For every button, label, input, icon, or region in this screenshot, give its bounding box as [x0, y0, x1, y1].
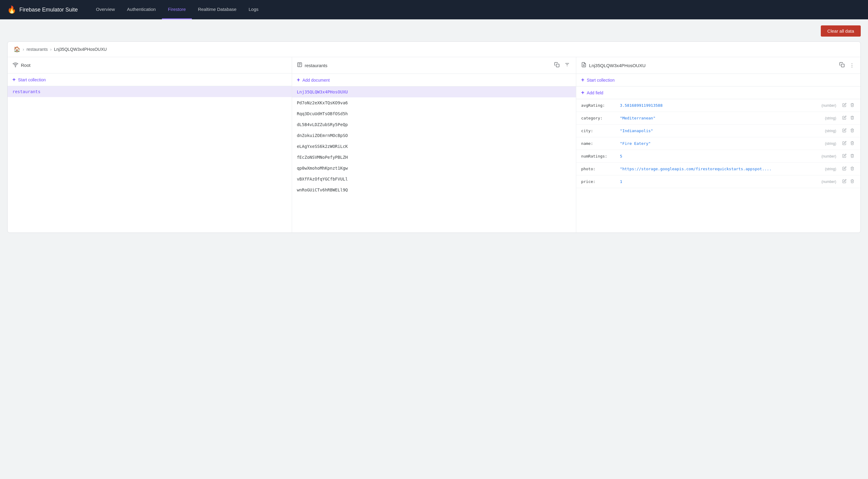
edit-field-button[interactable] — [841, 140, 848, 147]
field-value: "Mediterranean" — [620, 116, 822, 121]
field-type: (number) — [822, 180, 839, 184]
delete-field-button[interactable] — [849, 102, 856, 109]
breadcrumb: 🏠 › restaurants › Lnj35QLQW3x4PHosOUXU — [7, 42, 861, 57]
document-item-qp0wXmohoMhKpnzt1Kgw[interactable]: qp0wXmohoMhKpnzt1Kgw — [292, 163, 576, 174]
edit-field-button[interactable] — [841, 178, 848, 185]
nav-tab-overview[interactable]: Overview — [90, 0, 121, 19]
header: 🔥 Firebase Emulator Suite Overview Authe… — [0, 0, 868, 19]
field-type: (string) — [825, 116, 839, 121]
collection-item-restaurants[interactable]: restaurants — [7, 86, 292, 97]
field-type: (string) — [825, 141, 839, 146]
plus-icon-doc-collection: + — [581, 77, 584, 83]
clear-all-data-button[interactable]: Clear all data — [821, 25, 861, 37]
field-actions — [841, 115, 856, 121]
start-collection-root-label: Start collection — [18, 77, 46, 82]
main-nav: Overview Authentication Firestore Realti… — [90, 0, 265, 19]
fire-icon: 🔥 — [7, 5, 17, 14]
root-column-title: Root — [21, 63, 287, 68]
edit-field-button[interactable] — [841, 102, 848, 109]
edit-field-button[interactable] — [841, 115, 848, 121]
add-field-label: Add field — [587, 91, 603, 95]
nav-tab-realtime-database[interactable]: Realtime Database — [192, 0, 243, 19]
add-field-row[interactable]: + Add field — [576, 87, 861, 99]
field-type: (string) — [825, 129, 839, 133]
root-wifi-icon — [12, 62, 19, 69]
document-item-wnRoGUiCTv6hRBWELl9Q[interactable]: wnRoGUiCTv6hRBWELl9Q — [292, 184, 576, 195]
plus-icon-root: + — [12, 76, 16, 83]
nav-tab-firestore[interactable]: Firestore — [162, 0, 192, 19]
columns-row: Root + Start collection restaurants — [7, 57, 861, 233]
document-item-Rqq3DcuUdHTsOBfOSd5h[interactable]: Rqq3DcuUdHTsOBfOSd5h — [292, 108, 576, 119]
start-collection-root-row[interactable]: + Start collection — [7, 73, 292, 86]
field-actions — [841, 178, 856, 185]
document-item-dL5B4vLDZZubSRy5PeQp[interactable]: dL5B4vLDZZubSRy5PeQp — [292, 119, 576, 130]
start-collection-doc-label: Start collection — [587, 78, 615, 82]
field-name: photo: — [581, 167, 617, 171]
delete-field-button[interactable] — [849, 178, 856, 185]
more-document-icon[interactable]: ⋮ — [848, 61, 856, 70]
field-value: 5 — [620, 154, 819, 159]
document-item-dnZokuiZOEmrnMOcBpSO[interactable]: dnZokuiZOEmrnMOcBpSO — [292, 130, 576, 141]
plus-icon-collection: + — [297, 77, 300, 83]
field-row-city: city:"Indianapolis"(string) — [576, 125, 861, 137]
delete-field-button[interactable] — [849, 128, 856, 134]
field-row-name: name:"Fire Eatery"(string) — [576, 137, 861, 150]
field-actions — [841, 128, 856, 134]
delete-field-button[interactable] — [849, 166, 856, 172]
field-actions — [841, 102, 856, 109]
delete-field-button[interactable] — [849, 115, 856, 121]
field-name: numRatings: — [581, 154, 617, 159]
document-item-eLAgYxeSS6k2zWORiLcK[interactable]: eLAgYxeSS6k2zWORiLcK — [292, 141, 576, 152]
add-document-row[interactable]: + Add document — [292, 74, 576, 87]
app-title: Firebase Emulator Suite — [19, 7, 78, 13]
field-value: 1 — [620, 179, 819, 184]
document-item-Lnj35QLQW3x4PHosOUXU[interactable]: Lnj35QLQW3x4PHosOUXU — [292, 87, 576, 97]
field-name: category: — [581, 116, 617, 121]
field-actions — [841, 140, 856, 147]
collection-column: restaurants — [292, 57, 577, 233]
nav-tab-authentication[interactable]: Authentication — [121, 0, 162, 19]
field-value: "https://storage.googleapis.com/firestor… — [620, 167, 822, 171]
delete-field-button[interactable] — [849, 153, 856, 159]
main-content: Clear all data 🏠 › restaurants › Lnj35QL… — [0, 19, 868, 239]
start-collection-doc-row[interactable]: + Start collection — [576, 74, 861, 87]
edit-field-button[interactable] — [841, 128, 848, 134]
document-list: Lnj35QLQW3x4PHosOUXUPd7oNz2eXKxTQsKO9va6… — [292, 87, 576, 195]
edit-field-button[interactable] — [841, 166, 848, 172]
breadcrumb-sep-2: › — [50, 47, 52, 52]
field-name: city: — [581, 129, 617, 133]
field-list: avgRating:3.5816899119913588(number)cate… — [576, 99, 861, 188]
home-icon[interactable]: 🏠 — [13, 46, 20, 53]
field-type: (number) — [822, 103, 839, 108]
breadcrumb-collection[interactable]: restaurants — [27, 47, 48, 52]
field-name: price: — [581, 179, 617, 184]
copy-collection-icon[interactable] — [553, 61, 561, 70]
document-item-vBXfFAzOfqYGCfbFVULl[interactable]: vBXfFAzOfqYGCfbFVULl — [292, 174, 576, 184]
field-name: name: — [581, 141, 617, 146]
field-value: "Indianapolis" — [620, 129, 822, 133]
svg-rect-6 — [841, 64, 844, 67]
field-row-numRatings: numRatings:5(number) — [576, 150, 861, 163]
breadcrumb-document: Lnj35QLQW3x4PHosOUXU — [54, 47, 106, 52]
edit-field-button[interactable] — [841, 153, 848, 159]
document-icon — [581, 62, 587, 69]
svg-rect-2 — [556, 64, 559, 67]
filter-collection-icon[interactable] — [563, 61, 571, 70]
collection-doc-icon — [297, 62, 302, 69]
copy-document-icon[interactable] — [838, 61, 846, 70]
field-type: (number) — [822, 154, 839, 159]
field-actions — [841, 153, 856, 159]
top-bar: Clear all data — [7, 25, 861, 37]
document-column-title: Lnj35QLQW3x4PHosOUXU — [589, 63, 836, 68]
collection-column-header: restaurants — [292, 57, 576, 74]
field-value: "Fire Eatery" — [620, 141, 822, 146]
field-row-avgRating: avgRating:3.5816899119913588(number) — [576, 99, 861, 112]
collection-column-title: restaurants — [305, 63, 551, 68]
breadcrumb-sep-1: › — [23, 47, 24, 52]
document-item-fEcZoNSVMNoPefyPBLZH[interactable]: fEcZoNSVMNoPefyPBLZH — [292, 152, 576, 163]
document-item-Pd7oNz2eXKxTQsKO9va6[interactable]: Pd7oNz2eXKxTQsKO9va6 — [292, 97, 576, 108]
delete-field-button[interactable] — [849, 140, 856, 147]
nav-tab-logs[interactable]: Logs — [242, 0, 265, 19]
field-row-price: price:1(number) — [576, 175, 861, 188]
field-value: 3.5816899119913588 — [620, 103, 819, 108]
